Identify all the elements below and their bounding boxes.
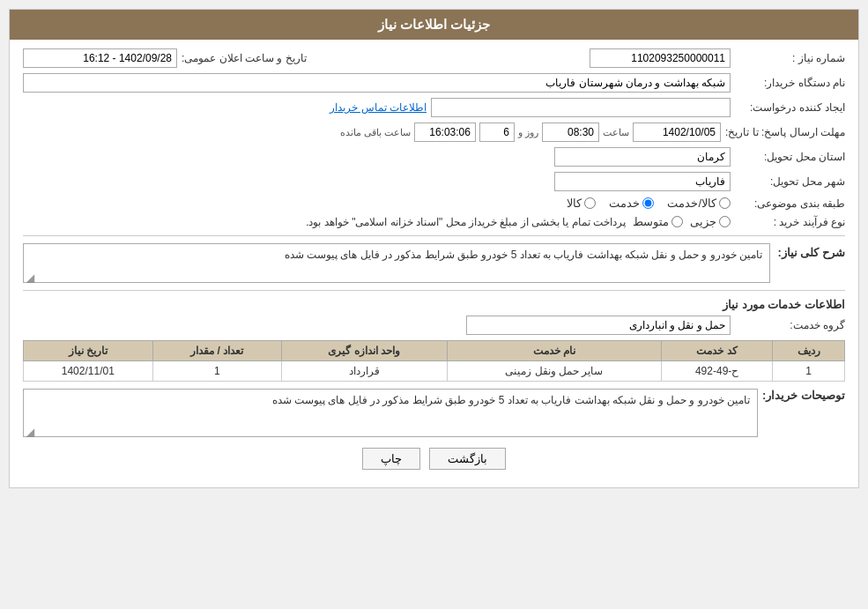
category-khidmat-label: خدمت: [609, 197, 640, 210]
col-row-num: ردیف: [773, 341, 845, 361]
resize-handle[interactable]: ◢: [26, 271, 34, 280]
need-number-input[interactable]: [590, 48, 731, 68]
section-divider-1: [23, 235, 845, 236]
buyer-desc-box: تامین خودرو و حمل و نقل شبکه بهداشت فاری…: [23, 389, 758, 437]
category-label: طبقه بندی موضوعی:: [731, 197, 845, 210]
buyer-org-input[interactable]: [23, 73, 731, 93]
service-group-label: گروه خدمت:: [731, 319, 845, 331]
process-note: پرداخت تمام یا بخشی از مبلغ خریداز محل "…: [306, 216, 626, 228]
col-unit: واحد اندازه گیری: [282, 341, 448, 361]
deadline-label: مهلت ارسال پاسخ: تا تاریخ:: [721, 126, 845, 138]
city-label: شهر محل تحویل:: [731, 175, 845, 188]
table-row: 1 ح-49-492 سایر حمل ونقل زمینی قرارداد 1…: [24, 361, 845, 382]
creator-label: ایجاد کننده درخواست:: [731, 101, 845, 114]
need-desc-text: تامین خودرو و حمل و نقل شبکه بهداشت فاری…: [285, 249, 762, 261]
category-kala-khidmat-label: کالا/خدمت: [667, 197, 716, 210]
section-divider-2: [23, 290, 845, 291]
services-table: ردیف کد خدمت نام خدمت واحد اندازه گیری ت…: [23, 340, 845, 382]
services-section-header: اطلاعات خدمات مورد نیاز: [23, 298, 845, 311]
deadline-remaining-input[interactable]: [414, 123, 476, 142]
deadline-days-input[interactable]: [479, 123, 515, 142]
process-jozi[interactable]: جزیی: [690, 215, 731, 228]
deadline-date-input[interactable]: [633, 123, 721, 142]
category-kala-khidmat[interactable]: کالا/خدمت: [667, 197, 731, 210]
buyer-desc-label: توصیحات خریدار:: [758, 389, 845, 402]
process-label: نوع فرآیند خرید :: [731, 216, 845, 228]
datetime-input[interactable]: [23, 48, 177, 68]
need-number-label: شماره نیاز :: [731, 52, 845, 64]
buyer-org-label: نام دستگاه خریدار:: [731, 77, 845, 89]
category-khidmat[interactable]: خدمت: [609, 197, 654, 210]
service-group-input[interactable]: [466, 316, 731, 335]
creator-input[interactable]: [431, 98, 731, 117]
col-service-name: نام خدمت: [447, 341, 661, 361]
col-date: تاریخ نیاز: [24, 341, 153, 361]
process-motavaset-label: متوسط: [633, 215, 669, 228]
deadline-time-label: ساعت: [603, 127, 629, 138]
deadline-day-label: روز و: [518, 127, 538, 138]
process-motavaset[interactable]: متوسط: [633, 215, 683, 228]
deadline-remaining-label: ساعت باقی مانده: [340, 127, 411, 138]
cell-unit: قرارداد: [282, 361, 448, 382]
cell-service-name: سایر حمل ونقل زمینی: [447, 361, 661, 382]
province-label: استان محل تحویل:: [731, 151, 845, 163]
category-kala[interactable]: کالا: [567, 197, 596, 210]
datetime-label: تاریخ و ساعت اعلان عمومی:: [177, 52, 307, 64]
need-desc-section-label: شرح کلی نیاز:: [770, 243, 845, 259]
col-quantity: تعداد / مقدار: [152, 341, 281, 361]
creator-contact-link[interactable]: اطلاعات تماس خریدار: [330, 101, 427, 114]
cell-date: 1402/11/01: [24, 361, 153, 382]
process-jozi-label: جزیی: [690, 215, 716, 228]
bottom-buttons: بازگشت چاپ: [23, 448, 845, 470]
category-kala-label: کالا: [567, 197, 582, 210]
back-button[interactable]: بازگشت: [429, 448, 506, 470]
resize-handle-2[interactable]: ◢: [26, 426, 34, 434]
print-button[interactable]: چاپ: [362, 448, 420, 470]
province-input[interactable]: [554, 147, 731, 167]
cell-quantity: 1: [152, 361, 281, 382]
page-title: جزئیات اطلاعات نیاز: [10, 10, 858, 40]
col-service-code: کد خدمت: [662, 341, 773, 361]
city-input[interactable]: [554, 172, 731, 191]
cell-row-num: 1: [773, 361, 845, 382]
deadline-time-input[interactable]: [542, 123, 599, 142]
cell-service-code: ح-49-492: [662, 361, 773, 382]
need-desc-content: تامین خودرو و حمل و نقل شبکه بهداشت فاری…: [23, 243, 770, 283]
buyer-desc-text: تامین خودرو و حمل و نقل شبکه بهداشت فاری…: [272, 394, 750, 406]
